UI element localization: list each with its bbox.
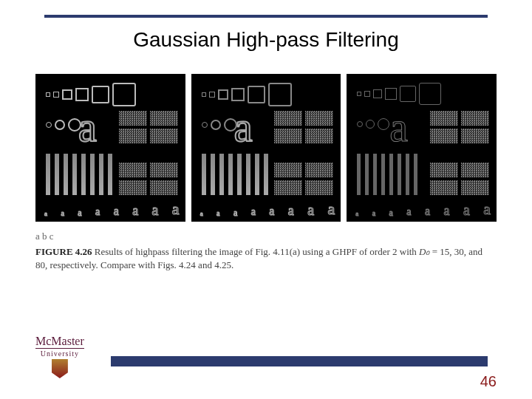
noise-patch [119,163,147,177]
circle-icon [55,120,65,130]
figure-caption: FIGURE 4.26 Results of highpass filterin… [35,245,497,272]
glyph-sample: a [216,210,219,217]
glyph-sample: a [172,201,180,217]
glyph-sample: a [200,211,203,217]
bar-icon [357,154,361,195]
bar-icon [90,154,95,195]
noise-patch [305,180,333,195]
panel-a: aaaaaaaaa [35,74,185,222]
square-icon [112,83,136,106]
noise-patch [274,111,302,126]
bar-icon [108,154,112,195]
glyph-sample: a [269,205,274,217]
bar-icon [72,154,77,195]
square-icon [357,92,361,96]
glyph-sample: a [355,211,358,217]
noise-patch [305,163,333,177]
page-number: 46 [480,373,497,390]
noise-patch [305,129,333,143]
bar-icon [46,154,50,195]
glyph-sample: a [233,208,237,217]
square-icon [400,86,416,102]
top-rule [44,15,488,18]
square-icon [62,89,72,100]
noise-patch [119,129,147,143]
glyph-sample: a [372,210,375,217]
caption-text-1: Results of highpass filtering the image … [95,246,419,257]
square-icon [92,86,109,103]
panel-c: aaaaaaaaa [347,74,497,222]
square-icon [218,89,228,100]
square-icon [364,91,370,97]
square-icon [268,83,292,106]
d0-variable: D₀ [419,246,429,257]
glyph-sample: a [78,208,81,217]
large-glyph: a [234,106,253,148]
square-icon [53,92,59,98]
bar-icon [81,154,86,195]
noise-patch [274,163,302,177]
glyph-sample: a [288,204,294,217]
noise-patch [430,111,458,126]
glyph-sample: a [61,210,64,217]
noise-patch [274,129,302,143]
glyph-sample: a [251,207,256,217]
large-glyph: a [78,106,97,148]
bar-icon [246,154,250,195]
glyph-sample: a [443,204,449,217]
square-icon [373,89,382,98]
bar-icon [414,154,417,195]
noise-patch [150,111,178,126]
square-icon [209,92,215,98]
institution-name-1: McMaster [35,335,84,348]
bar-icon [219,154,224,195]
noise-patch [430,163,458,177]
figure-panels: aaaaaaaaa aaaaaaaaa aaaaaaaaa [35,74,497,222]
circle-icon [211,120,221,130]
glyph-sample: a [95,207,100,217]
noise-patch [430,180,458,195]
glyph-sample: a [406,207,411,217]
institution-name-2: University [35,348,84,358]
glyph-sample: a [152,202,159,217]
noise-patch [150,180,178,195]
circle-icon [46,122,52,128]
glyph-sample: a [425,205,430,217]
bar-icon [211,154,215,195]
glyph-sample: a [44,211,47,217]
bar-icon [55,154,59,195]
bar-icon [255,154,259,195]
glyph-sample: a [389,208,393,217]
bar-icon [64,154,68,195]
noise-patch [461,129,489,143]
noise-patch [150,129,178,143]
institution-logo: McMaster University [35,335,84,378]
circle-icon [357,121,363,127]
panel-letter-labels: a b c [35,231,54,242]
bar-icon [381,154,385,195]
noise-patch [430,129,458,143]
bar-icon [264,154,268,195]
bar-icon [202,154,206,195]
bar-icon [406,154,409,195]
square-icon [248,86,265,103]
square-icon [419,83,441,105]
bar-icon [373,154,377,195]
bar-icon [389,154,393,195]
noise-patch [461,163,489,177]
glyph-sample: a [132,204,138,217]
bar-icon [99,154,103,195]
glyph-sample: a [114,205,119,217]
glyph-sample: a [328,201,335,217]
square-icon [202,92,206,97]
noise-patch [461,180,489,195]
bar-icon [237,154,242,195]
bar-icon [365,154,369,195]
circle-icon [202,122,208,128]
footer-rule [111,356,488,366]
noise-patch [119,111,147,126]
large-glyph: a [389,106,408,148]
noise-patch [305,111,333,126]
bar-icon [398,154,401,195]
square-icon [46,92,50,97]
